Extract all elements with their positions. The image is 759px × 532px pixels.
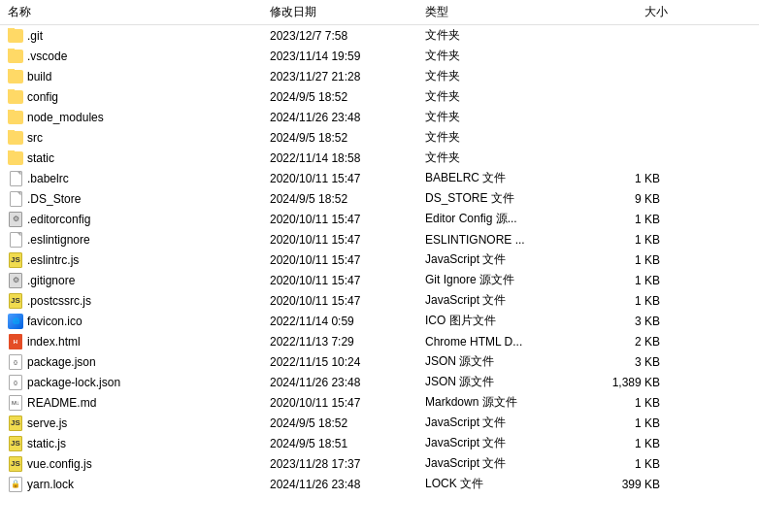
file-type: ESLINTIGNORE ... xyxy=(425,233,590,247)
file-name-col: .babelrc xyxy=(8,171,270,186)
file-name: README.md xyxy=(27,396,96,410)
file-size: 1 KB xyxy=(590,213,668,226)
file-date: 2023/11/14 19:59 xyxy=(270,50,425,63)
col-type-header[interactable]: 类型 xyxy=(425,4,590,20)
file-name-col: JS .postcssrc.js xyxy=(8,293,270,309)
lock-icon: 🔒 xyxy=(8,477,23,492)
table-row[interactable]: 🔒 yarn.lock 2024/11/26 23:48 LOCK 文件 399… xyxy=(0,474,759,494)
file-size: 1 KB xyxy=(590,274,668,287)
folder-icon xyxy=(8,150,23,166)
js-icon: JS xyxy=(8,416,23,431)
file-name: static.js xyxy=(27,437,66,450)
file-name-col: ⚙ .gitignore xyxy=(8,273,270,288)
table-row[interactable]: M↓ README.md 2020/10/11 15:47 Markdown 源… xyxy=(0,392,759,413)
md-icon: M↓ xyxy=(8,395,23,411)
file-name-col: config xyxy=(8,89,270,105)
file-date: 2023/11/28 17:37 xyxy=(270,457,425,471)
file-date: 2020/10/11 15:47 xyxy=(270,172,425,185)
file-name-col: JS static.js xyxy=(8,436,270,451)
table-row[interactable]: src 2024/9/5 18:52 文件夹 xyxy=(0,127,759,148)
col-size-header[interactable]: 大小 xyxy=(590,4,668,20)
folder-icon xyxy=(8,130,23,146)
file-name-col: {} package-lock.json xyxy=(8,375,270,390)
folder-icon xyxy=(8,89,23,105)
table-row[interactable]: 🌐 favicon.ico 2022/11/14 0:59 ICO 图片文件 3… xyxy=(0,311,759,331)
col-date-header[interactable]: 修改日期 xyxy=(270,4,425,20)
json-icon: {} xyxy=(8,375,23,390)
file-name: src xyxy=(27,131,43,145)
file-name: package.json xyxy=(27,355,96,369)
file-name: .eslintrc.js xyxy=(27,253,79,267)
file-size: 2 KB xyxy=(590,335,668,349)
file-name-col: 🔒 yarn.lock xyxy=(8,477,270,492)
file-date: 2022/11/15 10:24 xyxy=(270,355,425,369)
file-type: 文件夹 xyxy=(425,68,590,84)
file-date: 2024/11/26 23:48 xyxy=(270,478,425,491)
js-icon: JS xyxy=(8,252,23,268)
file-icon xyxy=(8,171,23,186)
folder-icon xyxy=(8,69,23,84)
table-row[interactable]: .DS_Store 2024/9/5 18:52 DS_STORE 文件 9 K… xyxy=(0,188,759,209)
file-date: 2023/12/7 7:58 xyxy=(270,29,425,43)
table-row[interactable]: .eslintignore 2020/10/11 15:47 ESLINTIGN… xyxy=(0,229,759,249)
file-type: Editor Config 源... xyxy=(425,211,590,227)
table-row[interactable]: .babelrc 2020/10/11 15:47 BABELRC 文件 1 K… xyxy=(0,168,759,188)
table-row[interactable]: JS .postcssrc.js 2020/10/11 15:47 JavaSc… xyxy=(0,290,759,311)
file-type: LOCK 文件 xyxy=(425,476,590,492)
file-date: 2024/9/5 18:51 xyxy=(270,437,425,450)
table-row[interactable]: static 2022/11/14 18:58 文件夹 xyxy=(0,148,759,168)
table-row[interactable]: JS serve.js 2024/9/5 18:52 JavaScript 文件… xyxy=(0,413,759,433)
file-type: JSON 源文件 xyxy=(425,374,590,390)
file-type: 文件夹 xyxy=(425,88,590,105)
file-size: 1 KB xyxy=(590,253,668,267)
file-name: .postcssrc.js xyxy=(27,294,91,308)
table-row[interactable]: JS static.js 2024/9/5 18:51 JavaScript 文… xyxy=(0,433,759,453)
table-row[interactable]: {} package-lock.json 2024/11/26 23:48 JS… xyxy=(0,372,759,392)
file-list: .git 2023/12/7 7:58 文件夹 .vscode 2023/11/… xyxy=(0,25,759,532)
table-row[interactable]: node_modules 2024/11/26 23:48 文件夹 xyxy=(0,107,759,127)
table-row[interactable]: JS .eslintrc.js 2020/10/11 15:47 JavaScr… xyxy=(0,249,759,270)
file-date: 2020/10/11 15:47 xyxy=(270,274,425,287)
json-icon: {} xyxy=(8,354,23,370)
file-type: 文件夹 xyxy=(425,150,590,166)
file-type: Git Ignore 源文件 xyxy=(425,272,590,288)
config-icon: ⚙ xyxy=(8,273,23,288)
folder-icon xyxy=(8,28,23,44)
file-size: 1 KB xyxy=(590,172,668,185)
col-name-header[interactable]: 名称 xyxy=(8,4,270,20)
file-name-col: .DS_Store xyxy=(8,191,270,207)
file-name-col: build xyxy=(8,69,270,84)
file-explorer: 名称 修改日期 类型 大小 .git 2023/12/7 7:58 文件夹 .v… xyxy=(0,0,759,532)
file-date: 2023/11/27 21:28 xyxy=(270,70,425,83)
table-row[interactable]: H index.html 2022/11/13 7:29 Chrome HTML… xyxy=(0,331,759,351)
file-size: 1,389 KB xyxy=(590,376,668,389)
table-row[interactable]: ⚙ .gitignore 2020/10/11 15:47 Git Ignore… xyxy=(0,270,759,290)
table-row[interactable]: .git 2023/12/7 7:58 文件夹 xyxy=(0,25,759,46)
table-row[interactable]: ⚙ .editorconfig 2020/10/11 15:47 Editor … xyxy=(0,209,759,229)
file-type: Markdown 源文件 xyxy=(425,394,590,411)
file-date: 2024/11/26 23:48 xyxy=(270,376,425,389)
file-type: 文件夹 xyxy=(425,129,590,146)
table-row[interactable]: JS vue.config.js 2023/11/28 17:37 JavaSc… xyxy=(0,453,759,474)
table-row[interactable]: build 2023/11/27 21:28 文件夹 xyxy=(0,66,759,86)
table-row[interactable]: .vscode 2023/11/14 19:59 文件夹 xyxy=(0,46,759,66)
config-icon: ⚙ xyxy=(8,212,23,227)
file-name: .vscode xyxy=(27,50,67,63)
file-name-col: static xyxy=(8,150,270,166)
file-name-col: {} package.json xyxy=(8,354,270,370)
file-date: 2024/9/5 18:52 xyxy=(270,192,425,206)
file-name: config xyxy=(27,90,58,104)
file-type: 文件夹 xyxy=(425,48,590,64)
js-icon: JS xyxy=(8,293,23,309)
file-name-col: JS serve.js xyxy=(8,416,270,431)
file-name: .gitignore xyxy=(27,274,75,287)
file-name-col: src xyxy=(8,130,270,146)
file-icon xyxy=(8,232,23,248)
file-name-col: H index.html xyxy=(8,334,270,349)
table-row[interactable]: config 2024/9/5 18:52 文件夹 xyxy=(0,86,759,107)
file-type: ICO 图片文件 xyxy=(425,313,590,329)
file-size: 399 KB xyxy=(590,478,668,491)
file-type: DS_STORE 文件 xyxy=(425,190,590,207)
table-row[interactable]: {} package.json 2022/11/15 10:24 JSON 源文… xyxy=(0,351,759,372)
file-date: 2020/10/11 15:47 xyxy=(270,253,425,267)
